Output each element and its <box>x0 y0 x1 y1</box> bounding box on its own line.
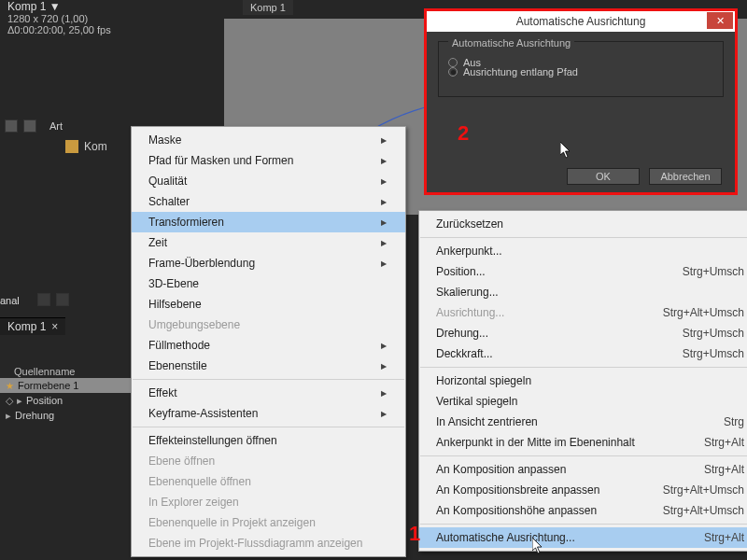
fieldset-legend: Automatische Ausrichtung <box>448 37 574 49</box>
submenu-kompbreite[interactable]: An Kompositionsbreite anpassenStrg+Alt+U… <box>419 480 747 500</box>
twirl-icon[interactable]: ▸ <box>17 395 22 407</box>
menu-pfad-masken[interactable]: Pfad für Masken und Formen <box>132 150 405 171</box>
menu-projekt-anzeigen: Ebenenquelle in Projekt anzeigen <box>132 512 405 533</box>
menu-separator <box>420 237 747 238</box>
visibility-icon[interactable] <box>5 119 18 133</box>
annotation-marker-1: 1 <box>409 522 420 546</box>
menu-maske[interactable]: Maske <box>132 130 405 150</box>
submenu-zuruecksetzen[interactable]: Zurücksetzen <box>419 214 747 234</box>
submenu-skalierung[interactable]: Skalierung... <box>419 282 747 302</box>
menu-separator <box>133 427 404 427</box>
property-name: Drehung <box>15 410 54 421</box>
close-icon[interactable]: × <box>51 320 58 333</box>
submenu-vertikal-spiegeln[interactable]: Vertikal spiegeln <box>419 391 747 412</box>
dialog-fieldset: Automatische Ausrichtung Aus Ausrichtung… <box>438 41 724 97</box>
menu-separator <box>133 379 404 380</box>
radio-icon[interactable] <box>448 58 458 67</box>
menu-frame[interactable]: Frame-Überblendung <box>132 253 405 273</box>
menu-ebenenstile[interactable]: Ebenenstile <box>132 356 405 376</box>
menu-umgebung: Umgebungsebene <box>132 315 405 335</box>
menu-ebenenquelle: Ebenenquelle öffnen <box>132 471 405 492</box>
layer-name-trunc: Kom <box>84 140 107 153</box>
menu-separator <box>420 524 747 525</box>
timeline-property-row[interactable]: ◇▸Position <box>0 393 131 408</box>
timeline-layer-row[interactable]: ★Formebene 1 <box>0 378 131 393</box>
layer-context-menu[interactable]: Maske Pfad für Masken und Formen Qualitä… <box>131 126 406 557</box>
layer-name: Formebene 1 <box>18 380 78 391</box>
submenu-komp-anpassen[interactable]: An Komposition anpassenStrg+Alt <box>419 459 747 480</box>
keyframe-icon[interactable]: ◇ <box>6 395 13 407</box>
submenu-drehung[interactable]: Drehung...Strg+Umsch <box>419 323 747 343</box>
submenu-horizontal-spiegeln[interactable]: Horizontal spiegeln <box>419 371 747 391</box>
comp-duration: Δ0:00:20:00, 25,00 fps <box>7 24 111 35</box>
comp-title: Komp 1 <box>7 0 46 13</box>
timeline-rows: ★Formebene 1 ◇▸Position ▸Drehung <box>0 378 131 423</box>
timeline-tab-label: Komp 1 <box>7 320 46 333</box>
menu-effekt[interactable]: Effekt <box>132 383 405 403</box>
panel-label-trunc: anal <box>0 295 20 306</box>
cancel-button[interactable]: Abbrechen <box>649 168 722 185</box>
transform-submenu[interactable]: Zurücksetzen Ankerpunkt... Position...St… <box>418 210 747 552</box>
lock-icon[interactable] <box>23 119 36 133</box>
property-name: Position <box>26 395 63 406</box>
menu-explorer: In Explorer zeigen <box>132 492 405 512</box>
ok-button[interactable]: OK <box>567 168 640 185</box>
timeline-tab[interactable]: Komp 1× <box>0 317 65 335</box>
star-icon: ★ <box>6 381 14 391</box>
dialog-body: Automatische Ausrichtung Aus Ausrichtung… <box>427 32 735 192</box>
submenu-auto-ausrichtung[interactable]: Automatische Ausrichtung...Strg+Alt <box>419 527 747 548</box>
composition-info: Komp 1 ▼ 1280 x 720 (1,00) Δ0:00:20:00, … <box>7 0 111 35</box>
dropdown-triangle-icon[interactable]: ▼ <box>49 0 61 13</box>
menu-keyframe-assist[interactable]: Keyframe-Assistenten <box>132 403 405 424</box>
timeline-column-header: Quellenname <box>14 366 75 377</box>
menu-transformieren[interactable]: Transformieren <box>132 212 405 232</box>
submenu-position[interactable]: Position...Strg+Umsch <box>419 261 747 282</box>
dialog-title: Automatische Ausrichtung <box>516 15 646 28</box>
submenu-ankerpunkt[interactable]: Ankerpunkt... <box>419 241 747 261</box>
layer-color-swatch[interactable] <box>65 140 78 153</box>
annotation-marker-2: 2 <box>458 121 469 146</box>
dialog-titlebar[interactable]: Automatische Ausrichtung ✕ <box>427 11 735 32</box>
menu-effekteinst[interactable]: Effekteinstellungen öffnen <box>132 430 405 451</box>
column-art: Art <box>49 120 63 132</box>
menu-zeit[interactable]: Zeit <box>132 232 405 253</box>
radio-pfad[interactable]: Ausrichtung entlang Pfad <box>448 66 713 77</box>
close-button[interactable]: ✕ <box>707 12 733 29</box>
menu-flussdiagramm: Ebene im Projekt-Flussdiagramm anzeigen <box>132 533 405 553</box>
menu-3d-ebene[interactable]: 3D-Ebene <box>132 273 405 294</box>
radio-label: Ausrichtung entlang Pfad <box>463 66 578 77</box>
submenu-komphoehe[interactable]: An Kompositionshöhe anpassenStrg+Alt+Ums… <box>419 500 747 521</box>
menu-separator <box>420 455 747 456</box>
twirl-icon[interactable]: ▸ <box>6 410 11 422</box>
tool-icon[interactable] <box>56 293 69 306</box>
comp-dimensions: 1280 x 720 (1,00) <box>7 13 111 24</box>
tool-icon[interactable] <box>37 293 50 306</box>
menu-separator <box>420 367 747 368</box>
menu-qualitaet[interactable]: Qualität <box>132 171 405 191</box>
submenu-anker-mitte[interactable]: Ankerpunkt in der Mitte im EbeneninhaltS… <box>419 432 747 453</box>
timeline-property-row[interactable]: ▸Drehung <box>0 408 131 423</box>
menu-schalter[interactable]: Schalter <box>132 191 405 212</box>
radio-icon[interactable] <box>448 67 458 77</box>
auto-orient-dialog: Automatische Ausrichtung ✕ Automatische … <box>424 8 738 195</box>
submenu-ausrichtung: Ausrichtung...Strg+Alt+Umsch <box>419 302 747 323</box>
submenu-deckkraft[interactable]: Deckkraft...Strg+Umsch <box>419 343 747 364</box>
menu-hilfsebene[interactable]: Hilfsebene <box>132 294 405 315</box>
menu-fuellmethode[interactable]: Füllmethode <box>132 335 405 356</box>
menu-ebene-oeffnen: Ebene öffnen <box>132 451 405 471</box>
viewer-tab[interactable]: Komp 1 <box>243 0 293 15</box>
submenu-ansicht-zentrieren[interactable]: In Ansicht zentrierenStrg <box>419 412 747 432</box>
